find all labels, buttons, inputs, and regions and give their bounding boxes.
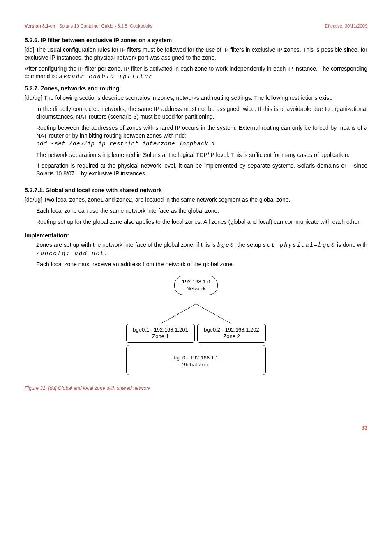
zone2-if: bge0:2 - 192.168.1.202 xyxy=(199,327,264,333)
bullet-item: If separation is required at the physica… xyxy=(36,162,367,177)
heading-5-2-6: 5.2.6. IP filter between exclusive IP zo… xyxy=(25,37,367,44)
zone2-label: Zone 2 xyxy=(199,333,264,340)
text: Zones are set up with the network interf… xyxy=(36,242,217,248)
heading-5-2-7: 5.2.7. Zones, networks and routing xyxy=(25,85,367,92)
page-number: 83 xyxy=(25,424,367,432)
paragraph: [dd] The usual configuration rules for I… xyxy=(25,46,367,62)
bullet-item: Routing set up for the global zone also … xyxy=(36,218,367,226)
paragraph: After configuring the IP filter per zone… xyxy=(25,65,367,81)
text: is done with xyxy=(335,242,367,248)
code-inline: set physical=bge0 xyxy=(263,242,335,249)
doc-version: Version 3.1-en xyxy=(25,23,55,28)
network-diagram: 192.168.1.0 Network bge0:1 - 192.168.1.2… xyxy=(126,276,266,375)
network-label: Network xyxy=(182,286,210,292)
page-header: Version 3.1-en Solaris 10 Container Guid… xyxy=(25,23,367,29)
doc-effective-date: Effective: 30/11/2009 xyxy=(325,23,367,29)
paragraph: [dd/ug] Two local zones, zone1 and zone2… xyxy=(25,196,367,204)
bullet-item: Zones are set up with the network interf… xyxy=(36,241,367,258)
code-inline: bge0 xyxy=(217,242,234,249)
heading-5-2-7-1: 5.2.7.1. Global and local zone with shar… xyxy=(25,187,367,194)
paragraph: [dd/ug] The following sections describe … xyxy=(25,94,367,102)
bullet-item: The network separation s implemented in … xyxy=(36,151,367,159)
diagram-connector xyxy=(126,295,266,324)
zone1-box: bge0:1 - 192.168.1.201 Zone 1 xyxy=(126,324,195,343)
bullet-item: In the directly connected networks, the … xyxy=(36,105,367,121)
bullet-item: Each local zone can use the same network… xyxy=(36,207,367,215)
network-ip: 192.168.1.0 xyxy=(182,279,210,285)
bullet-item: Routing between the addresses of zones w… xyxy=(36,124,367,148)
code-inline: zonecfg: add net xyxy=(36,250,104,257)
zone-row: bge0:1 - 192.168.1.201 Zone 1 bge0:2 - 1… xyxy=(126,324,266,343)
figure-caption: Figure 31: [dd] Global and local zone wi… xyxy=(25,385,367,391)
command-text: svcadm enable ipfilter xyxy=(59,73,153,80)
bullet-item: Each local zone must receive an address … xyxy=(36,260,367,268)
text: Routing between the addresses of zones w… xyxy=(36,124,367,139)
zone1-label: Zone 1 xyxy=(128,333,193,340)
network-cloud: 192.168.1.0 Network xyxy=(174,276,218,295)
global-if: bge0 - 192.168.1.1 xyxy=(130,355,262,361)
heading-implementation: Implementation: xyxy=(25,232,367,240)
bullet-block: Each local zone can use the same network… xyxy=(36,207,367,226)
text: , the setup xyxy=(234,242,263,248)
bullet-block: In the directly connected networks, the … xyxy=(36,105,367,177)
global-label: Global Zone xyxy=(130,362,262,368)
zone2-box: bge0:2 - 192.168.1.202 Zone 2 xyxy=(197,324,266,343)
command-text: ndd -set /dev/ip ip_restrict_interzone_l… xyxy=(36,140,215,147)
global-zone-box: bge0 - 192.168.1.1 Global Zone xyxy=(126,345,266,375)
svg-line-1 xyxy=(161,304,196,324)
doc-title: Solaris 10 Container Guide - 3.1 5. Cook… xyxy=(59,23,152,28)
svg-line-2 xyxy=(196,304,231,324)
zone1-if: bge0:1 - 192.168.1.201 xyxy=(128,327,193,333)
text: . xyxy=(104,250,106,256)
header-left-group: Version 3.1-en Solaris 10 Container Guid… xyxy=(25,23,152,29)
bullet-block: Zones are set up with the network interf… xyxy=(36,241,367,269)
